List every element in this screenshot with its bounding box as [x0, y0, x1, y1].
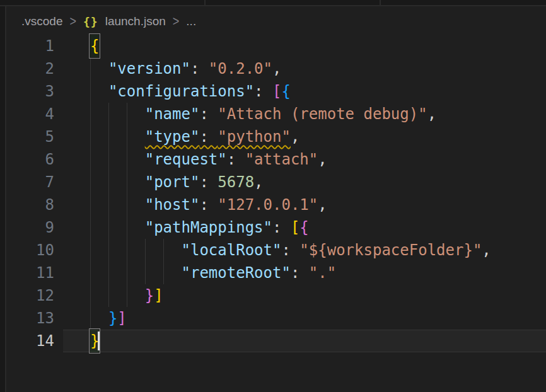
- code-token: [90, 83, 108, 100]
- code-line[interactable]: 7 "port": 5678,: [8, 171, 546, 193]
- line-number: 12: [8, 284, 63, 307]
- code-token: [90, 173, 145, 191]
- code-text: "version": "0.2.0",: [63, 57, 281, 80]
- code-token: ]: [154, 287, 163, 304]
- line-number: 3: [8, 80, 63, 103]
- code-line[interactable]: 6 "request": "attach",: [8, 148, 546, 171]
- code-token: :: [199, 128, 218, 146]
- line-number: 11: [8, 262, 63, 284]
- code-text: "port": 5678,: [63, 171, 264, 193]
- code-token: "remoteRoot": [182, 264, 291, 282]
- code-text: }: [63, 330, 99, 352]
- code-line[interactable]: 11 "remoteRoot": ".": [8, 262, 546, 284]
- tab-divider: [204, 0, 206, 6]
- code-token: "request": [145, 151, 227, 168]
- code-token: ,: [272, 60, 281, 78]
- breadcrumb: .vscode > {} launch.json > ...: [21, 13, 196, 30]
- breadcrumb-file[interactable]: launch.json: [105, 14, 166, 28]
- code-line[interactable]: 12 }]: [8, 284, 546, 307]
- code-token: ".": [309, 264, 336, 282]
- code-token: ,: [318, 196, 327, 214]
- tab-divider: [380, 0, 381, 6]
- code-text: "pathMappings": [{: [63, 216, 309, 239]
- code-token: [90, 219, 145, 236]
- code-token: :: [199, 196, 218, 214]
- code-token: 5678: [218, 173, 254, 191]
- code-line[interactable]: 9 "pathMappings": [{: [8, 216, 546, 239]
- line-number: 8: [8, 193, 63, 216]
- text-cursor: [98, 331, 100, 350]
- code-token: [90, 309, 108, 327]
- code-token: [: [272, 83, 281, 100]
- json-file-icon: {}: [83, 15, 98, 28]
- code-text: "name": "Attach (remote debug)",: [63, 103, 436, 125]
- code-token: [90, 196, 145, 214]
- code-text: "host": "127.0.0.1",: [63, 193, 327, 216]
- code-token: }: [145, 287, 154, 304]
- breadcrumb-folder[interactable]: .vscode: [21, 14, 62, 28]
- code-token: ,: [482, 241, 491, 259]
- code-token: ,: [291, 128, 299, 146]
- code-token: :: [291, 264, 309, 282]
- code-token: :: [254, 83, 272, 100]
- line-number: 9: [8, 216, 63, 239]
- code-token: "port": [145, 173, 200, 191]
- tab-bar-strip: [0, 0, 546, 6]
- code-token: "0.2.0": [209, 60, 272, 78]
- code-token: [: [291, 219, 299, 236]
- line-number: 13: [8, 307, 63, 330]
- code-token: "python": [218, 128, 291, 146]
- code-token: [90, 128, 145, 146]
- code-text: "localRoot": "${workspaceFolder}",: [63, 239, 491, 262]
- code-lines[interactable]: 1{2 "version": "0.2.0",3 "configurations…: [8, 35, 546, 352]
- code-token: [90, 264, 182, 282]
- code-token: [90, 287, 145, 304]
- code-token: :: [272, 219, 291, 236]
- line-number: 4: [8, 103, 63, 125]
- code-token: :: [281, 241, 299, 259]
- code-token: :: [199, 173, 218, 191]
- code-token: "pathMappings": [145, 219, 272, 236]
- code-token: "version": [108, 60, 190, 78]
- code-line[interactable]: 8 "host": "127.0.0.1",: [8, 193, 546, 216]
- code-token: ,: [254, 173, 263, 191]
- line-number: 6: [8, 148, 63, 171]
- vscode-editor-window: .vscode > {} launch.json > ... 1{2 "vers…: [0, 0, 546, 392]
- chevron-right-icon: >: [173, 13, 180, 30]
- code-line[interactable]: 1{: [8, 35, 546, 57]
- line-number: 2: [8, 57, 63, 80]
- code-text: "configurations": [{: [63, 80, 291, 103]
- code-line[interactable]: 3 "configurations": [{: [8, 80, 546, 103]
- code-text: }]: [63, 284, 163, 307]
- code-token: "${workspaceFolder}": [299, 241, 482, 259]
- code-token: "attach": [245, 151, 318, 168]
- code-token: [90, 151, 145, 168]
- matched-bracket: {: [90, 35, 99, 57]
- breadcrumb-symbol-tail[interactable]: ...: [186, 14, 196, 28]
- code-line[interactable]: 2 "version": "0.2.0",: [8, 57, 546, 80]
- code-token: [90, 241, 182, 259]
- code-token: :: [190, 60, 209, 78]
- line-number: 7: [8, 171, 63, 193]
- code-token: ,: [427, 105, 436, 123]
- code-token: {: [281, 83, 290, 100]
- code-token: [90, 105, 145, 123]
- code-line[interactable]: 4 "name": "Attach (remote debug)",: [8, 103, 546, 125]
- code-token: :: [199, 105, 218, 123]
- code-token: ,: [318, 151, 327, 168]
- chevron-right-icon: >: [69, 13, 76, 30]
- code-line[interactable]: 13 }]: [8, 307, 546, 330]
- panel-edge: [0, 6, 6, 392]
- code-line[interactable]: 14}: [8, 330, 546, 352]
- code-token: ]: [117, 309, 126, 327]
- code-token: "type": [145, 128, 200, 146]
- line-number: 5: [8, 125, 63, 148]
- code-token: "Attach (remote debug)": [218, 105, 427, 123]
- code-line[interactable]: 10 "localRoot": "${workspaceFolder}",: [8, 239, 546, 262]
- code-token: "localRoot": [182, 241, 282, 259]
- line-number: 1: [8, 35, 63, 57]
- code-token: "name": [145, 105, 200, 123]
- line-number: 14: [8, 330, 63, 352]
- code-text: "remoteRoot": ".": [63, 262, 336, 284]
- code-line[interactable]: 5 "type": "python",: [8, 125, 546, 148]
